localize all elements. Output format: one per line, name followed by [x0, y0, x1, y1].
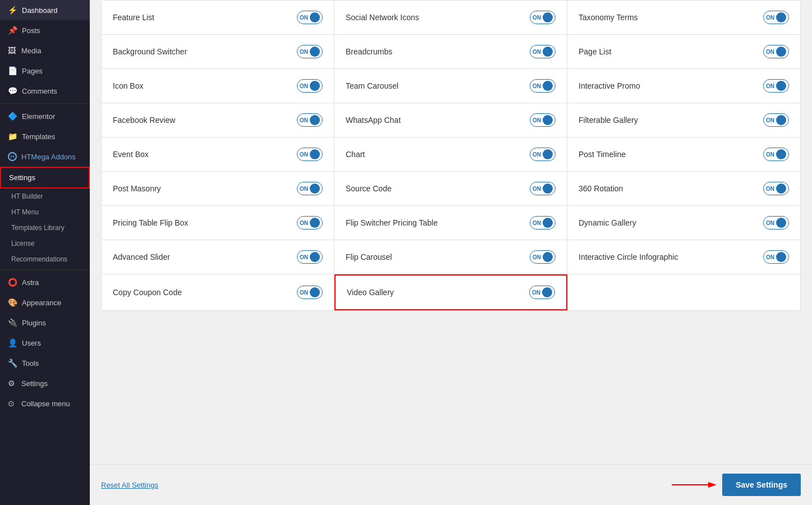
sidebar-item-pages[interactable]: 📄 Pages [0, 61, 90, 81]
sidebar-item-comments[interactable]: 💬 Comments [0, 81, 90, 101]
toggle-switch-feature-list[interactable]: ON [297, 11, 323, 24]
toggle-switch-advanced-slider[interactable]: ON [297, 250, 323, 264]
toggle-switch-social-network-icons[interactable]: ON [530, 11, 556, 24]
toggle-switch-video-gallery[interactable]: ON [529, 286, 555, 299]
reset-settings-link[interactable]: Reset All Settings [101, 481, 158, 489]
toggle-on-label-360-rotation: ON [766, 186, 774, 192]
templates-icon: 📁 [8, 132, 17, 141]
sidebar-subitem-recommendations[interactable]: Recommendations [0, 251, 90, 267]
toggle-switch-chart[interactable]: ON [530, 148, 556, 161]
toggle-switch-team-carousel[interactable]: ON [530, 79, 556, 93]
toggle-switch-facebook-review[interactable]: ON [297, 113, 323, 127]
toggle-cell-breadcrumbs: BreadcrumbsON [334, 35, 567, 69]
sidebar-item-dashboard[interactable]: ⚡ Dashboard [0, 0, 90, 20]
toggle-dot-breadcrumbs [543, 47, 553, 57]
sidebar-item-users[interactable]: 👤 Users [0, 333, 90, 353]
toggle-cell-taxonomy-terms: Taxonomy TermsON [567, 1, 800, 35]
toggle-on-label-background-switcher: ON [300, 49, 308, 55]
sidebar-subitem-ht-builder[interactable]: HT Builder [0, 189, 90, 204]
toggle-cell-flip-switcher-pricing-table: Flip Switcher Pricing TableON [334, 206, 567, 240]
toggle-label-interactive-circle-infographic: Interactive Circle Infographic [579, 252, 678, 261]
toggle-cell-source-code: Source CodeON [334, 172, 567, 206]
content-area: Feature ListONSocial Network IconsONTaxo… [90, 0, 812, 464]
sidebar-subitem-license[interactable]: License [0, 236, 90, 251]
sidebar-item-media[interactable]: 🖼 Media [0, 40, 90, 61]
sidebar: ⚡ Dashboard 📌 Posts 🖼 Media 📄 Pages 💬 Co… [0, 0, 90, 505]
toggle-switch-copy-coupon-code[interactable]: ON [297, 286, 323, 299]
toggle-on-label-taxonomy-terms: ON [766, 15, 774, 21]
toggle-switch-event-box[interactable]: ON [297, 148, 323, 161]
toggle-label-advanced-slider: Advanced Slider [113, 252, 170, 261]
toggle-cell-background-switcher: Background SwitcherON [102, 35, 334, 69]
sidebar-item-settings2[interactable]: ⚙ Settings [0, 373, 90, 393]
toggle-label-social-network-icons: Social Network Icons [346, 13, 419, 22]
toggle-dot-social-network-icons [543, 12, 553, 22]
sidebar-item-templates[interactable]: 📁 Templates [0, 126, 90, 146]
toggle-on-label-post-timeline: ON [766, 152, 774, 158]
toggle-switch-360-rotation[interactable]: ON [763, 182, 789, 195]
toggle-grid: Feature ListONSocial Network IconsONTaxo… [101, 0, 801, 311]
toggle-label-video-gallery: Video Gallery [347, 288, 394, 297]
toggle-dot-post-masonry [310, 183, 320, 194]
toggle-switch-dynamic-gallery[interactable]: ON [763, 216, 789, 229]
appearance-icon: 🎨 [8, 298, 17, 307]
toggle-switch-interactive-circle-infographic[interactable]: ON [763, 250, 789, 264]
toggle-switch-source-code[interactable]: ON [530, 182, 556, 195]
toggle-label-icon-box: Icon Box [113, 81, 143, 90]
toggle-switch-background-switcher[interactable]: ON [297, 45, 323, 58]
footer: Reset All Settings Save Settings [90, 464, 812, 505]
toggle-cell-whatsapp-chat: WhatsApp ChatON [334, 103, 567, 137]
toggle-switch-taxonomy-terms[interactable]: ON [763, 11, 789, 24]
toggle-switch-page-list[interactable]: ON [763, 45, 789, 58]
toggle-switch-interactive-promo[interactable]: ON [763, 79, 789, 93]
toggle-switch-post-masonry[interactable]: ON [297, 182, 323, 195]
toggle-dot-pricing-table-flip-box [310, 218, 320, 228]
toggle-on-label-feature-list: ON [300, 15, 308, 21]
sidebar-item-collapse[interactable]: ⊙ Collapse menu [0, 393, 90, 414]
toggle-label-event-box: Event Box [113, 150, 149, 159]
plugins-icon: 🔌 [8, 318, 17, 327]
toggle-switch-flip-carousel[interactable]: ON [530, 250, 556, 264]
toggle-switch-pricing-table-flip-box[interactable]: ON [297, 216, 323, 229]
toggle-dot-event-box [310, 149, 320, 159]
toggle-dot-team-carousel [543, 81, 553, 91]
toggle-on-label-facebook-review: ON [300, 117, 308, 123]
toggle-on-label-filterable-gallery: ON [766, 117, 774, 123]
toggle-on-label-video-gallery: ON [532, 290, 540, 296]
sidebar-item-settings[interactable]: Settings [0, 167, 90, 189]
sidebar-item-appearance[interactable]: 🎨 Appearance [0, 292, 90, 313]
toggle-switch-icon-box[interactable]: ON [297, 79, 323, 93]
dashboard-icon: ⚡ [8, 6, 17, 15]
sidebar-item-posts[interactable]: 📌 Posts [0, 20, 90, 40]
toggle-label-filterable-gallery: Filterable Gallery [579, 116, 638, 125]
toggle-dot-flip-switcher-pricing-table [543, 218, 553, 228]
toggle-cell-feature-list: Feature ListON [102, 1, 334, 35]
toggle-dot-copy-coupon-code [310, 287, 320, 297]
toggle-label-flip-switcher-pricing-table: Flip Switcher Pricing Table [346, 218, 438, 227]
toggle-switch-breadcrumbs[interactable]: ON [530, 45, 556, 58]
sidebar-item-astra[interactable]: ⭕ Astra [0, 272, 90, 292]
sidebar-item-plugins[interactable]: 🔌 Plugins [0, 313, 90, 333]
sidebar-subitem-ht-menu[interactable]: HT Menu [0, 204, 90, 220]
sidebar-item-htmega[interactable]: H HTMega Addons [0, 146, 90, 167]
toggle-switch-flip-switcher-pricing-table[interactable]: ON [530, 216, 556, 229]
toggle-cell-chart: ChartON [334, 137, 567, 172]
toggle-dot-feature-list [310, 12, 320, 22]
toggle-switch-filterable-gallery[interactable]: ON [763, 113, 789, 127]
toggle-label-team-carousel: Team Carousel [346, 81, 398, 90]
toggle-on-label-event-box: ON [300, 152, 308, 158]
toggle-cell-pricing-table-flip-box: Pricing Table Flip BoxON [102, 206, 334, 240]
media-icon: 🖼 [8, 46, 17, 55]
toggle-on-label-copy-coupon-code: ON [300, 290, 308, 296]
sidebar-subitem-templates-library[interactable]: Templates Library [0, 220, 90, 236]
sidebar-item-tools[interactable]: 🔧 Tools [0, 353, 90, 373]
toggle-switch-post-timeline[interactable]: ON [763, 148, 789, 161]
toggle-on-label-page-list: ON [766, 49, 774, 55]
settings-icon: ⚙ [8, 379, 17, 388]
toggle-label-dynamic-gallery: Dynamic Gallery [579, 218, 636, 227]
sidebar-item-elementor[interactable]: 🔷 Elementor [0, 106, 90, 126]
toggle-label-post-masonry: Post Masonry [113, 184, 161, 193]
toggle-cell-page-list: Page ListON [567, 35, 800, 69]
toggle-switch-whatsapp-chat[interactable]: ON [530, 113, 556, 127]
save-settings-button[interactable]: Save Settings [722, 474, 801, 496]
